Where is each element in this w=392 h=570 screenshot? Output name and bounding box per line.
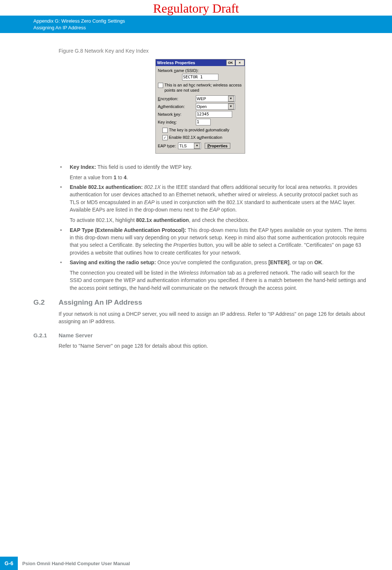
bullet1-follow-mid: to (116, 174, 123, 180)
section-g2-number: G.2 (33, 298, 59, 307)
e8021x-post: thentication (201, 135, 222, 140)
bullet4-bold2: OK (314, 259, 322, 265)
bullet4-text1: Once you've completed the configuration,… (157, 259, 268, 265)
bullet4-bold1: [ENTER] (269, 259, 290, 265)
network-key-input[interactable]: 12345 (196, 111, 232, 118)
bullet4-text2: , or tap on (289, 259, 314, 265)
bullet1-follow-post: . (126, 174, 128, 180)
eap-type-value: TLS (179, 144, 187, 148)
eap-type-select[interactable]: TLS ▼ (178, 142, 201, 149)
bullet2-i3: EAP (209, 207, 220, 213)
header-line1: Appendix G: Wireless Zero Config Setting… (33, 18, 392, 24)
auto-key-label: The key is provided automatically (169, 128, 230, 133)
encryption-label: Encryption: (158, 96, 194, 101)
bullet4-follow-pre: The connection you created will be liste… (70, 270, 179, 276)
page-number: G-6 (0, 557, 18, 570)
adhoc-label: This is an ad hoc network; wireless acce… (165, 83, 243, 93)
e8021x-pre: Enable 802.1X a (169, 135, 199, 140)
enable-8021x-checkbox[interactable]: ✓ (162, 135, 168, 140)
adhoc-pre: This is an ad h (165, 83, 191, 87)
eap-type-label: EAP type: (158, 144, 176, 148)
chevron-down-icon: ▼ (228, 96, 234, 102)
bullet1-lead: Key Index: (70, 164, 98, 170)
figure-caption: Figure G.8 Network Key and Key Index (59, 48, 367, 54)
enc-post: ncryption: (161, 96, 178, 101)
chevron-down-icon: ▼ (194, 143, 200, 149)
bullet2-follow-bold: 802.1x authentication (136, 217, 189, 223)
chevron-down-icon: ▼ (228, 104, 234, 109)
enc-u: E (158, 96, 161, 101)
prop-post: roperties (210, 144, 228, 148)
bullet2-follow: To activate 802.1X, highlight 802.1x aut… (70, 216, 367, 224)
key-index-input[interactable]: 1 (196, 119, 211, 125)
bullet3-lead: EAP Type (Extensible Authentication Prot… (70, 227, 188, 233)
authentication-value: Open (197, 104, 207, 109)
bullet2-follow-pre: To activate 802.1X, highlight (70, 217, 136, 223)
bullet3-text2: button, you will be able to select a (197, 242, 278, 248)
bullet4-lead: Saving and exiting the radio setup: (70, 259, 157, 265)
bullet4-text3: . (322, 259, 323, 265)
encryption-value: WEP (197, 96, 206, 101)
network-key-label: Network key: (158, 112, 194, 117)
bullet-key-index: Key Index: This field is used to identif… (59, 163, 367, 181)
section-g2-title: Assigning An IP Address (59, 298, 142, 307)
bullet-enable-8021x: Enable 802.1x authentication: 802.1X is … (59, 183, 367, 224)
bullet2-i1: 802.1X (144, 184, 161, 190)
auto-post: utomatically (208, 128, 229, 132)
header-line2: Assigning An IP Address (33, 24, 392, 31)
bullet4-follow-i: Wireless Information (179, 270, 226, 276)
kidx-pre: Key inde (158, 120, 174, 124)
nkey-post: ey: (176, 112, 181, 117)
section-g2-body: If your network is not using a DHCP serv… (59, 310, 367, 325)
ssid-label-post: ame (SSID): (176, 68, 199, 73)
manual-title: Psion Omnii Hand-Held Computer User Manu… (18, 557, 392, 570)
encryption-select[interactable]: WEP ▼ (196, 95, 235, 102)
section-g21-body: Refer to "Name Server" on page 128 for d… (59, 342, 367, 350)
ssid-label: Network name (SSID): (158, 68, 243, 73)
wireless-properties-dialog: Wireless Properties OK × Network name (S… (155, 59, 245, 154)
bullet2-lead: Enable 802.1x authentication: (70, 184, 144, 190)
ssid-input[interactable]: SECTOR 1 (182, 74, 218, 81)
dialog-title: Wireless Properties (157, 60, 195, 65)
authentication-label: Authentication: (158, 104, 194, 109)
ok-button[interactable]: OK (226, 60, 235, 66)
prop-u: P (207, 144, 210, 148)
enable-8021x-label: Enable 802.1X authentication (169, 135, 223, 140)
section-g21-header: G.2.1 Name Server (33, 332, 367, 338)
nkey-pre: Network (158, 112, 174, 117)
section-g21-number: G.2.1 (33, 332, 59, 338)
bullet3-i1: Properties (173, 242, 197, 248)
bullet-saving-exiting: Saving and exiting the radio setup: Once… (59, 259, 367, 292)
auth-pre: A (158, 104, 161, 109)
ssid-label-pre: Network (158, 68, 174, 73)
adhoc-checkbox[interactable] (158, 83, 163, 88)
bullet2-follow-post: , and check the checkbox. (189, 217, 249, 223)
section-g21-title: Name Server (59, 332, 93, 338)
bullet1-follow: Enter a value from 1 to 4. (70, 174, 367, 181)
bullet2-text3: option. (220, 207, 237, 213)
close-button[interactable]: × (235, 60, 244, 66)
auto-key-checkbox[interactable] (162, 128, 168, 133)
key-index-label: Key index: (158, 120, 194, 124)
auth-post: thentication: (163, 104, 185, 109)
bullet1-text: This field is used to identify the WEP k… (98, 164, 192, 170)
bullet2-i2: EAP (144, 199, 155, 205)
properties-button[interactable]: Properties (205, 143, 230, 149)
kidx-post: : (176, 120, 177, 124)
bullet1-follow-pre: Enter a value from (70, 174, 113, 180)
bullet3-i2: Certificate (278, 242, 301, 248)
bullet-eap-type: EAP Type (Extensible Authentication Prot… (59, 226, 367, 256)
regulatory-draft-heading: Regulatory Draft (0, 0, 392, 16)
page-footer: G-6 Psion Omnii Hand-Held Computer User … (0, 557, 392, 570)
bullet4-follow: The connection you created will be liste… (70, 269, 367, 292)
authentication-select[interactable]: Open ▼ (196, 103, 235, 110)
auto-pre: The key is provided (169, 128, 205, 132)
section-g2-header: G.2 Assigning An IP Address (33, 298, 367, 307)
bullet1-follow-1: 1 (113, 174, 116, 180)
dialog-titlebar: Wireless Properties OK × (156, 59, 245, 66)
header-bar: Appendix G: Wireless Zero Config Setting… (0, 16, 392, 33)
